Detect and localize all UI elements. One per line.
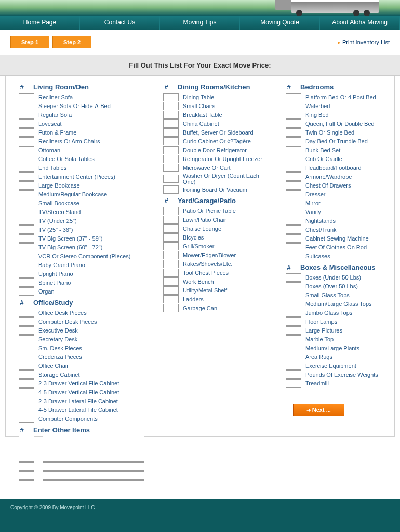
bedrooms-qty-8[interactable]	[286, 164, 301, 172]
yard-qty-9[interactable]	[163, 286, 179, 295]
living-qty-22[interactable]	[19, 287, 34, 296]
dining-qty-10[interactable]	[163, 185, 179, 194]
bedrooms-qty-11[interactable]	[286, 190, 301, 198]
yard-qty-10[interactable]	[163, 295, 179, 303]
dining-qty-5[interactable]	[163, 137, 179, 145]
office-qty-0[interactable]	[19, 309, 34, 317]
yard-qty-5[interactable]	[163, 251, 179, 259]
other-qty-5[interactable]	[19, 480, 34, 488]
bedrooms-qty-16[interactable]	[286, 234, 301, 243]
boxes-qty-12[interactable]	[286, 379, 301, 388]
nav-home-page[interactable]: Home Page	[0, 16, 80, 30]
other-qty-4[interactable]	[19, 471, 34, 480]
office-qty-11[interactable]	[19, 406, 34, 414]
boxes-qty-3[interactable]	[286, 300, 301, 308]
bedrooms-qty-2[interactable]	[286, 111, 301, 119]
step-2-button[interactable]: Step 2	[52, 36, 91, 48]
living-qty-7[interactable]	[19, 155, 34, 163]
bedrooms-qty-17[interactable]	[286, 243, 301, 251]
bedrooms-qty-1[interactable]	[286, 102, 301, 110]
boxes-qty-0[interactable]	[286, 273, 301, 282]
next-button[interactable]: Next ...	[293, 404, 344, 416]
bedrooms-qty-6[interactable]	[286, 146, 301, 154]
step-1-button[interactable]: Step 1	[10, 36, 49, 48]
nav-moving-tips[interactable]: Moving Tips	[160, 16, 240, 30]
living-qty-4[interactable]	[19, 128, 34, 137]
other-name-1[interactable]	[43, 445, 144, 453]
office-qty-9[interactable]	[19, 388, 34, 396]
other-name-4[interactable]	[43, 471, 144, 480]
yard-qty-7[interactable]	[163, 269, 179, 277]
living-qty-3[interactable]	[19, 119, 34, 128]
office-qty-5[interactable]	[19, 353, 34, 361]
bedrooms-qty-3[interactable]	[286, 119, 301, 128]
bedrooms-qty-15[interactable]	[286, 225, 301, 234]
bedrooms-qty-5[interactable]	[286, 137, 301, 145]
bedrooms-qty-10[interactable]	[286, 181, 301, 190]
other-qty-0[interactable]	[19, 436, 34, 444]
other-name-5[interactable]	[43, 480, 144, 488]
living-qty-6[interactable]	[19, 146, 34, 154]
living-qty-16[interactable]	[19, 234, 34, 243]
office-qty-7[interactable]	[19, 370, 34, 379]
other-name-3[interactable]	[43, 462, 144, 471]
dining-qty-7[interactable]	[163, 155, 179, 163]
boxes-qty-9[interactable]	[286, 353, 301, 361]
bedrooms-qty-13[interactable]	[286, 208, 301, 216]
yard-qty-1[interactable]	[163, 216, 179, 224]
boxes-qty-2[interactable]	[286, 291, 301, 299]
yard-qty-3[interactable]	[163, 233, 179, 242]
dining-qty-0[interactable]	[163, 93, 179, 101]
living-qty-12[interactable]	[19, 199, 34, 207]
other-qty-1[interactable]	[19, 445, 34, 453]
dining-qty-4[interactable]	[163, 128, 179, 137]
bedrooms-qty-4[interactable]	[286, 128, 301, 137]
boxes-qty-1[interactable]	[286, 282, 301, 290]
bedrooms-qty-14[interactable]	[286, 217, 301, 225]
living-qty-0[interactable]	[19, 93, 34, 101]
living-qty-21[interactable]	[19, 278, 34, 287]
dining-qty-9[interactable]	[163, 175, 179, 183]
office-qty-12[interactable]	[19, 415, 34, 423]
office-qty-2[interactable]	[19, 326, 34, 335]
other-name-2[interactable]	[43, 454, 144, 462]
bedrooms-qty-7[interactable]	[286, 155, 301, 163]
living-qty-11[interactable]	[19, 190, 34, 198]
yard-qty-8[interactable]	[163, 277, 179, 286]
boxes-qty-5[interactable]	[286, 317, 301, 326]
print-inventory-link[interactable]: Print Inventory List	[338, 39, 390, 46]
dining-qty-8[interactable]	[163, 164, 179, 172]
yard-qty-2[interactable]	[163, 224, 179, 233]
other-name-0[interactable]	[43, 436, 144, 444]
other-qty-3[interactable]	[19, 462, 34, 471]
living-qty-10[interactable]	[19, 181, 34, 190]
living-qty-18[interactable]	[19, 252, 34, 260]
nav-contact-us[interactable]: Contact Us	[80, 16, 160, 30]
office-qty-4[interactable]	[19, 344, 34, 352]
boxes-qty-7[interactable]	[286, 335, 301, 343]
dining-qty-3[interactable]	[163, 119, 179, 128]
living-qty-20[interactable]	[19, 270, 34, 278]
office-qty-1[interactable]	[19, 317, 34, 326]
bedrooms-qty-0[interactable]	[286, 93, 301, 101]
boxes-qty-8[interactable]	[286, 344, 301, 352]
yard-qty-4[interactable]	[163, 242, 179, 250]
office-qty-6[interactable]	[19, 362, 34, 370]
living-qty-1[interactable]	[19, 102, 34, 110]
boxes-qty-6[interactable]	[286, 326, 301, 335]
bedrooms-qty-9[interactable]	[286, 172, 301, 181]
nav-moving-quote[interactable]: Moving Quote	[240, 16, 320, 30]
yard-qty-11[interactable]	[163, 304, 179, 312]
living-qty-9[interactable]	[19, 172, 34, 181]
boxes-qty-4[interactable]	[286, 309, 301, 317]
dining-qty-1[interactable]	[163, 102, 179, 110]
living-qty-14[interactable]	[19, 217, 34, 225]
office-qty-3[interactable]	[19, 335, 34, 343]
nav-about-aloha-moving[interactable]: About Aloha Moving	[320, 16, 400, 30]
living-qty-19[interactable]	[19, 261, 34, 269]
dining-qty-6[interactable]	[163, 146, 179, 154]
yard-qty-0[interactable]	[163, 207, 179, 215]
boxes-qty-10[interactable]	[286, 362, 301, 370]
office-qty-8[interactable]	[19, 379, 34, 388]
living-qty-13[interactable]	[19, 208, 34, 216]
